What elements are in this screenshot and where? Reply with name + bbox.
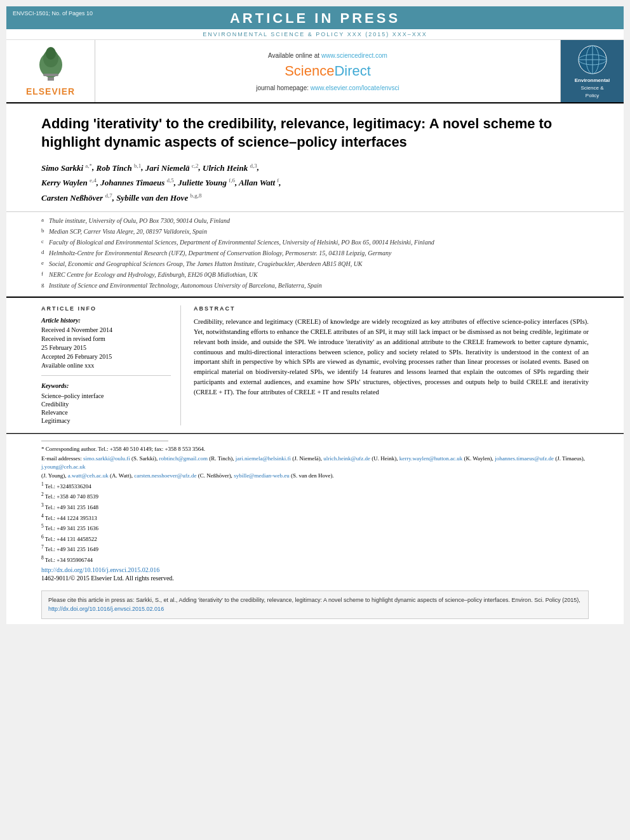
svg-rect-4 [43, 74, 58, 76]
email-young[interactable]: j.young@ceh.ac.uk [41, 463, 86, 470]
footer-notes: * Corresponding author. Tel.: +358 40 51… [6, 434, 624, 585]
author-tinch: Rob Tinch b,1 [97, 163, 142, 173]
email-nesshoever[interactable]: carsten.nesshoever@ufz.de [134, 472, 196, 479]
affil-g: g Institute of Science and Environmental… [41, 281, 589, 290]
sciencedirect-logo: ScienceDirect [285, 63, 371, 79]
email-intro: E-mail addresses: [41, 455, 82, 462]
affil-c: c Faculty of Biological and Environmenta… [41, 237, 589, 247]
email-niemela[interactable]: jari.niemela@helsinki.fi [236, 455, 291, 462]
article-history-label: Article history: [41, 317, 171, 324]
tel-note-5: 5 Tel.: +49 341 235 1636 [41, 523, 589, 533]
author-timaeus: Johannes Timaeus d,5 [100, 178, 174, 187]
citation-doi-link[interactable]: http://dx.doi.org/10.1016/j.envsci.2015.… [48, 606, 164, 612]
affil-e: e Social, Economic and Geographical Scie… [41, 259, 589, 269]
tel-note-1: 1 Tel.: +32485336204 [41, 481, 589, 491]
email-sarkki[interactable]: simo.sarkki@oulu.fi [83, 455, 130, 462]
affil-f: f NERC Centre for Ecology and Hydrology,… [41, 270, 589, 279]
tel-note-4: 4 Tel.: +44 1224 395313 [41, 513, 589, 523]
revised-date: 25 February 2015 [41, 344, 171, 351]
revised-label: Received in revised form [41, 335, 171, 342]
tel-note-8: 8 Tel.: +34 935906744 [41, 555, 589, 564]
doi-line: http://dx.doi.org/10.1016/j.envsci.2015.… [41, 566, 589, 573]
footer-divider [41, 441, 168, 441]
journal-name-bar: ENVIRONMENTAL SCIENCE & POLICY XXX (2015… [6, 29, 624, 40]
article-id: ENVSCI-1501; No. of Pages 10 [13, 10, 93, 17]
affil-d: d Helmholtz-Centre for Environmental Res… [41, 248, 589, 258]
copyright-line: 1462-9011/© 2015 Elsevier Ltd. All right… [41, 575, 589, 582]
available-url-link[interactable]: www.sciencedirect.com [321, 52, 387, 59]
env-science-label1: Environmental [575, 77, 610, 83]
email-line-2: (J. Young), a.watt@ceh.ac.uk (A. Watt), … [41, 472, 589, 480]
author-watt: Allan Watt f [239, 178, 279, 187]
page: ENVSCI-1501; No. of Pages 10 ARTICLE IN … [6, 6, 624, 624]
email-waylen[interactable]: kerry.waylen@hutton.ac.uk [399, 455, 462, 462]
received-date: Received 4 November 2014 [41, 326, 171, 333]
affil-a: a Thule institute, University of Oulu, P… [41, 216, 589, 225]
env-science-label3: Policy [586, 93, 599, 98]
doi-link[interactable]: http://dx.doi.org/10.1016/j.envsci.2015.… [41, 566, 159, 573]
env-science-logo: Environmental Science & Policy [560, 40, 624, 102]
tel-note-3: 3 Tel.: +49 341 235 1648 [41, 502, 589, 512]
keyword-2: Credibility [41, 401, 171, 408]
corresponding-author-note: * Corresponding author. Tel.: +358 40 51… [41, 445, 589, 453]
author-niemela: Jari Niemelä c,2 [145, 163, 199, 173]
email-line: E-mail addresses: simo.sarkki@oulu.fi (S… [41, 455, 589, 470]
email-heink[interactable]: ulrich.heink@ufz.de [323, 455, 370, 462]
email-watt[interactable]: a.watt@ceh.ac.uk [68, 472, 109, 479]
affiliations-section: a Thule institute, University of Oulu, P… [6, 212, 624, 298]
two-column-section: ARTICLE INFO Article history: Received 4… [6, 298, 624, 434]
elsevier-logo: ELSEVIER [6, 40, 95, 102]
abstract-column: ABSTRACT Credibility, relevance and legi… [194, 305, 589, 425]
email-timaeus[interactable]: johannes.timaeus@ufz.de [495, 455, 554, 462]
authors-line: Simo Sarkki a,*, Rob Tinch b,1, Jari Nie… [41, 160, 589, 205]
author-heink: Ulrich Heink d,3 [203, 163, 257, 173]
article-info-column: ARTICLE INFO Article history: Received 4… [41, 305, 181, 425]
journal-header: ELSEVIER Available online at www.science… [6, 40, 624, 103]
tel-note-7: 7 Tel.: +49 341 235 1649 [41, 544, 589, 554]
journal-center: Available online at www.sciencedirect.co… [95, 40, 560, 102]
svg-point-3 [46, 47, 56, 60]
tel-note-6: 6 Tel.: +44 131 4458522 [41, 534, 589, 543]
affil-b: b Median SCP, Carrer Vista Alegre, 20, 0… [41, 227, 589, 236]
author-waylen: Kerry Waylen e,4 [41, 178, 97, 187]
article-info-section-header: ARTICLE INFO [41, 305, 171, 312]
journal-homepage: journal homepage: www.elsevier.com/locat… [256, 84, 399, 91]
author-vandenhove: Sybille van den Hove b,g,8 [116, 193, 201, 203]
article-title-section: Adding 'iterativity' to the credibility,… [6, 103, 624, 212]
abstract-section-header: ABSTRACT [194, 305, 589, 312]
keywords-label: Keywords: [41, 382, 171, 389]
divider [41, 375, 171, 376]
env-science-label2: Science & [580, 85, 603, 91]
citation-text: Please cite this article in press as: Sa… [48, 597, 580, 603]
journal-homepage-link[interactable]: www.elsevier.com/locate/envsci [311, 84, 399, 91]
available-online-text: Available online at www.sciencedirect.co… [268, 51, 387, 60]
available-online: Available online xxx [41, 362, 171, 369]
keyword-1: Science–policy interface [41, 392, 171, 399]
article-banner: ENVSCI-1501; No. of Pages 10 ARTICLE IN … [6, 6, 624, 29]
accepted-date: Accepted 26 February 2015 [41, 353, 171, 360]
email-vandenhove[interactable]: sybille@median-web.eu [234, 472, 290, 479]
tel-note-2: 2 Tel.: +358 40 740 8539 [41, 491, 589, 501]
keyword-4: Legitimacy [41, 417, 171, 424]
email-tinch[interactable]: robtinch@gmail.com [159, 455, 208, 462]
keyword-3: Relevance [41, 409, 171, 416]
globe-icon [577, 44, 608, 76]
author-young: Juliette Young f,6 [178, 178, 235, 187]
abstract-text: Credibility, relevance and legitimacy (C… [194, 317, 589, 397]
article-main-title: Adding 'iterativity' to the credibility,… [41, 115, 589, 151]
elsevier-wordmark: ELSEVIER [26, 86, 75, 97]
article-in-press-title: ARTICLE IN PRESS [6, 10, 624, 27]
elsevier-tree-icon [25, 46, 76, 84]
author-nesshoever: Carsten Neßhöver d,7 [41, 193, 112, 203]
citation-box: Please cite this article in press as: Sa… [41, 590, 589, 619]
author-sarkki: Simo Sarkki a,* [41, 163, 92, 173]
